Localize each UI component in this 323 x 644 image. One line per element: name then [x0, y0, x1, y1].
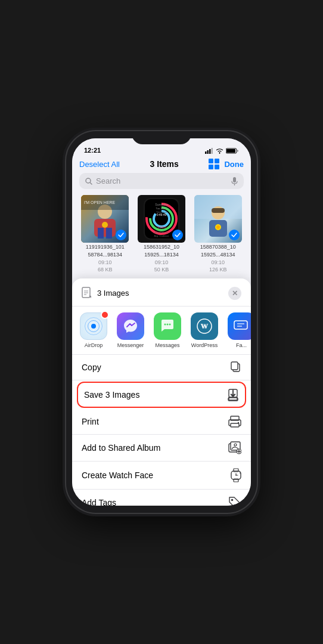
- wordpress-label: WordPress: [191, 342, 218, 348]
- messages-app-icon: [154, 312, 181, 340]
- search-bar: Search: [72, 173, 251, 193]
- svg-text:I'M OPEN HERE: I'M OPEN HERE: [84, 200, 116, 205]
- item-count-title: 3 Items: [150, 159, 179, 169]
- add-tags-action[interactable]: Add Tags: [72, 490, 251, 506]
- add-tags-label: Add Tags: [82, 498, 116, 506]
- photo-check-2: [172, 230, 183, 240]
- save-images-icon: [227, 388, 239, 401]
- save-images-label: Save 3 Images: [84, 390, 139, 400]
- photo-size-3: 126 KB: [209, 267, 227, 273]
- done-button[interactable]: Done: [224, 160, 244, 169]
- search-input-wrap[interactable]: Search: [79, 173, 244, 189]
- svg-point-39: [216, 225, 220, 229]
- share-close-icon: ✕: [232, 290, 238, 297]
- messages-label: Messages: [155, 342, 179, 348]
- svg-point-17: [102, 222, 108, 228]
- phone-frame: 12:21: [66, 131, 257, 513]
- more-app-icon-graphic: [234, 320, 249, 332]
- watch-face-action[interactable]: Create Watch Face: [72, 462, 251, 490]
- photo-name-3a: 158870388_10: [200, 244, 236, 250]
- photo-time-3: 09:10: [211, 259, 225, 265]
- app-item-messenger[interactable]: Messenger: [114, 312, 147, 348]
- airdrop-circles-graphic: [85, 318, 102, 335]
- svg-rect-37: [212, 208, 225, 213]
- app-item-more[interactable]: Fa...: [225, 312, 251, 348]
- share-close-button[interactable]: ✕: [228, 287, 241, 300]
- photo-size-2: 50 KB: [154, 267, 169, 273]
- svg-point-60: [238, 422, 239, 423]
- battery-icon: [226, 148, 239, 154]
- checkmark-icon-2: [175, 233, 181, 237]
- search-icon: [85, 178, 92, 185]
- photo-item-2[interactable]: Summary Tue, Mar 9 Total Time 0:49:49 3.…: [136, 195, 188, 273]
- svg-point-71: [231, 499, 234, 501]
- svg-rect-5: [226, 149, 235, 153]
- copy-action[interactable]: Copy: [72, 355, 251, 380]
- photo-thumb-1: I'M OPEN HERE: [81, 195, 129, 243]
- share-header-left: 3 Images: [82, 287, 129, 300]
- photo-check-3: [229, 230, 240, 240]
- more-label: Fa...: [236, 342, 247, 348]
- svg-rect-54: [231, 362, 238, 370]
- grid-view-button[interactable]: [209, 159, 219, 169]
- svg-text:Summary: Summary: [155, 203, 168, 206]
- status-time: 12:21: [84, 147, 101, 154]
- svg-text:Tue, Mar 9: Tue, Mar 9: [156, 207, 167, 210]
- photo-item-3[interactable]: 158870388_10 15925...48134 09:10 126 KB: [192, 195, 244, 273]
- wifi-icon: [216, 148, 223, 154]
- share-sheet: 3 Images ✕ AirDrop: [72, 278, 251, 506]
- action-list: Copy Save 3 Images: [72, 355, 251, 506]
- print-label: Print: [82, 417, 99, 426]
- svg-text:0:49:49: 0:49:49: [157, 213, 167, 216]
- checkmark-icon-3: [231, 233, 237, 237]
- svg-rect-50: [234, 321, 247, 329]
- watch-face-label: Create Watch Face: [82, 470, 153, 480]
- save-images-action[interactable]: Save 3 Images: [77, 382, 246, 408]
- svg-rect-6: [237, 150, 238, 152]
- airdrop-dot: [91, 324, 96, 329]
- wordpress-app-icon: W: [191, 312, 218, 340]
- deselect-all-button[interactable]: Deselect All: [79, 160, 120, 169]
- svg-rect-15: [98, 228, 104, 239]
- photo-thumb-2: Summary Tue, Mar 9 Total Time 0:49:49 3.…: [138, 195, 185, 243]
- shared-album-action[interactable]: Add to Shared Album: [72, 435, 251, 462]
- svg-point-45: [167, 323, 169, 325]
- svg-point-46: [169, 323, 171, 325]
- messenger-icon: [123, 318, 138, 334]
- photo-name-1a: 119191936_101: [86, 244, 125, 250]
- photo-name-1b: 58784...98134: [88, 252, 123, 258]
- print-icon: [228, 416, 241, 428]
- messenger-label: Messenger: [117, 342, 144, 348]
- print-action[interactable]: Print: [72, 409, 251, 435]
- shared-album-icon: [228, 441, 241, 454]
- watch-icon: [231, 468, 241, 482]
- airdrop-app-icon: [80, 312, 107, 340]
- photo-time-2: 09:10: [155, 259, 169, 265]
- photo-name-3b: 15925...48134: [201, 252, 235, 258]
- share-sheet-title: 3 Images: [97, 289, 129, 298]
- checkmark-icon-1: [118, 233, 124, 237]
- top-nav-bar: Deselect All 3 Items Done: [72, 156, 251, 173]
- wordpress-icon: W: [196, 318, 213, 335]
- airdrop-label: AirDrop: [85, 342, 103, 348]
- phone-screen: 12:21: [72, 138, 251, 506]
- photo-item-1[interactable]: I'M OPEN HERE 119191936_101 58784...9813…: [79, 195, 131, 273]
- svg-rect-16: [106, 228, 112, 239]
- svg-point-70: [235, 475, 237, 476]
- share-header: 3 Images ✕: [72, 278, 251, 306]
- app-item-airdrop[interactable]: AirDrop: [77, 312, 110, 348]
- app-item-wordpress[interactable]: W WordPress: [188, 312, 221, 348]
- photo-size-1: 68 KB: [98, 267, 113, 273]
- messages-icon: [160, 318, 175, 334]
- mic-icon: [231, 177, 238, 185]
- status-icons: [205, 148, 239, 154]
- svg-rect-59: [231, 423, 239, 427]
- photo-time-1: 09:10: [98, 259, 112, 265]
- app-item-messages[interactable]: Messages: [151, 312, 184, 348]
- svg-rect-9: [233, 177, 236, 182]
- shared-album-label: Add to Shared Album: [82, 443, 160, 453]
- photo-name-2a: 158631952_10: [144, 244, 179, 250]
- svg-rect-1: [207, 150, 209, 154]
- svg-point-7: [86, 178, 91, 183]
- svg-line-8: [91, 182, 92, 184]
